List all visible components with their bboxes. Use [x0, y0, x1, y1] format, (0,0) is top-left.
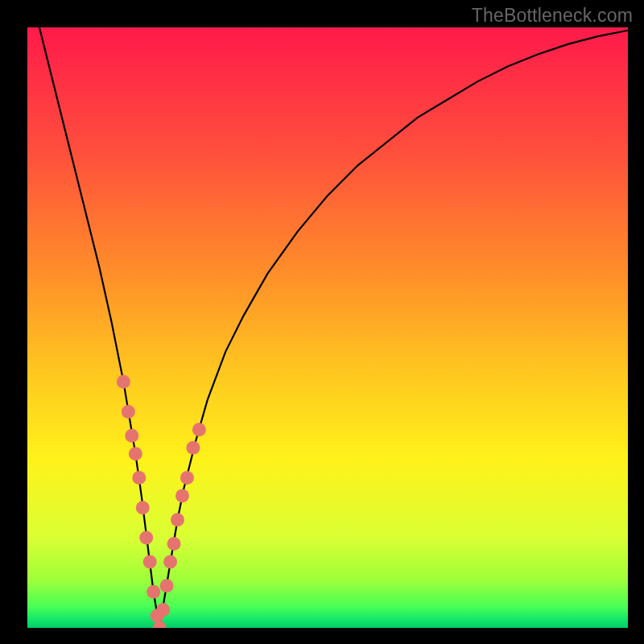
data-marker: [163, 555, 177, 568]
data-marker: [125, 429, 138, 443]
data-marker: [175, 489, 189, 502]
data-marker: [132, 471, 146, 485]
bottleneck-curve: [27, 27, 628, 628]
data-marker: [147, 585, 160, 599]
data-marker: [167, 537, 181, 551]
marker-group: [117, 375, 206, 628]
data-marker: [171, 513, 184, 526]
data-marker: [192, 423, 206, 436]
watermark-text: TheBottleneck.com: [472, 5, 633, 27]
outer-frame: TheBottleneck.com: [0, 0, 644, 644]
data-marker: [117, 375, 130, 389]
data-marker: [143, 555, 157, 568]
data-marker: [180, 471, 194, 485]
data-marker: [122, 405, 135, 419]
plot-area: [27, 27, 628, 628]
data-marker: [186, 441, 200, 455]
data-marker: [160, 579, 174, 592]
data-marker: [129, 447, 142, 460]
data-marker: [136, 501, 150, 514]
data-marker: [156, 603, 170, 617]
chart-svg: [27, 27, 628, 628]
data-marker: [139, 531, 153, 545]
